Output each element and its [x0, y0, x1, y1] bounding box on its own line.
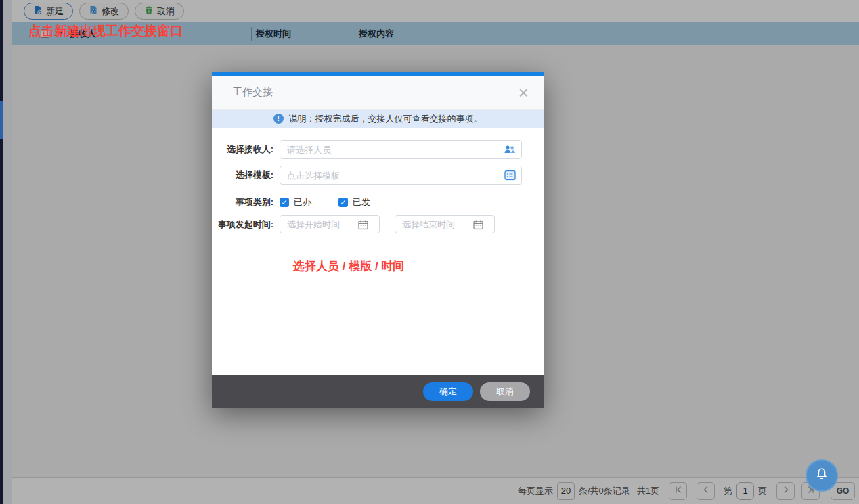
category-row: 事项类别: ✓ 已办 ✓ 已发	[212, 196, 544, 208]
people-picker-icon[interactable]	[504, 145, 516, 154]
time-label: 事项发起时间:	[212, 219, 280, 231]
checkbox-checked-done[interactable]: ✓	[280, 198, 289, 207]
dialog-notice: ! 说明：授权完成后，交接人仅可查看交接的事项。	[212, 110, 544, 128]
category-label: 事项类别:	[212, 196, 280, 208]
receiver-input[interactable]	[280, 140, 522, 159]
time-row: 事项发起时间:	[212, 215, 544, 233]
template-list-icon[interactable]	[504, 170, 516, 181]
template-row: 选择模板:	[212, 166, 544, 185]
annotation-modal-note: 选择人员 / 模版 / 时间	[212, 258, 544, 274]
calendar-icon[interactable]	[358, 219, 368, 229]
checkbox-sent-label: 已发	[353, 196, 370, 208]
dialog-footer: 确定 取消	[212, 375, 544, 408]
bell-icon	[814, 467, 829, 484]
template-label: 选择模板:	[212, 169, 280, 181]
template-input[interactable]	[280, 166, 522, 185]
info-icon: !	[273, 114, 284, 124]
dialog-title: 工作交接	[232, 86, 273, 99]
calendar-icon[interactable]	[473, 219, 483, 229]
notification-bell-button[interactable]	[806, 459, 838, 492]
category-option-done: ✓ 已办	[280, 196, 311, 208]
close-icon[interactable]: ×	[519, 84, 529, 101]
dialog-header: 工作交接 ×	[212, 76, 544, 110]
checkbox-checked-sent[interactable]: ✓	[338, 198, 348, 207]
annotation-toolbar-note: 点击新建出现工作交接窗口	[28, 22, 183, 40]
receiver-row: 选择接收人:	[212, 140, 544, 159]
checkbox-done-label: 已办	[294, 196, 311, 208]
notice-text: 说明：授权完成后，交接人仅可查看交接的事项。	[289, 113, 483, 125]
dialog-body: 选择接收人: 选择模板: 事项类别: ✓ 已办	[212, 128, 544, 375]
confirm-button[interactable]: 确定	[423, 382, 473, 401]
work-handover-dialog: 工作交接 × ! 说明：授权完成后，交接人仅可查看交接的事项。 选择接收人: 选…	[212, 72, 544, 408]
category-option-sent: ✓ 已发	[338, 196, 370, 208]
dialog-cancel-button[interactable]: 取消	[480, 382, 530, 401]
receiver-label: 选择接收人:	[212, 143, 280, 156]
